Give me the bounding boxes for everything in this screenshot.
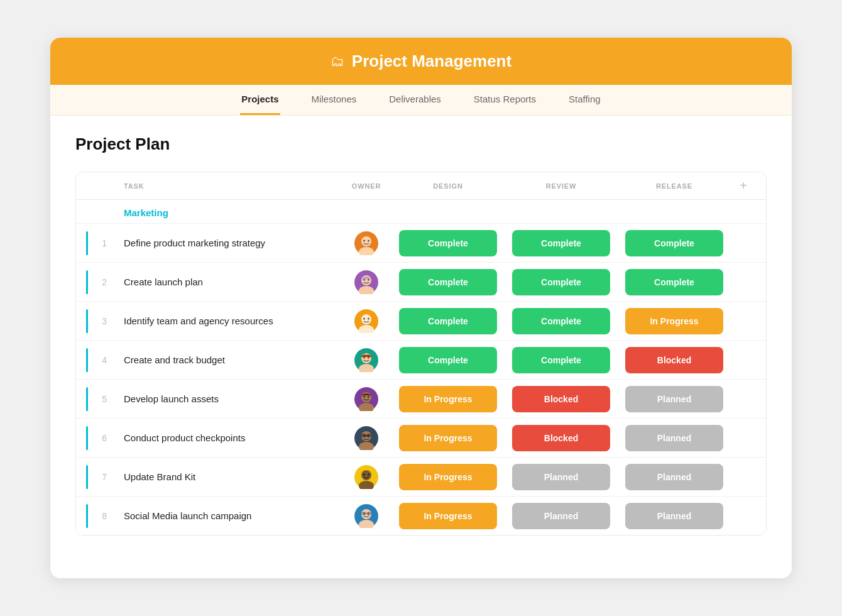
design-status[interactable]: In Progress bbox=[391, 503, 505, 529]
design-badge[interactable]: In Progress bbox=[399, 386, 497, 412]
review-badge[interactable]: Complete bbox=[512, 230, 610, 256]
section-label: Marketing bbox=[76, 200, 766, 223]
release-status[interactable]: Complete bbox=[618, 230, 731, 256]
design-status[interactable]: In Progress bbox=[391, 464, 505, 490]
row-left: 3 bbox=[86, 309, 124, 333]
page-title: Project Plan bbox=[75, 135, 767, 154]
release-status[interactable]: Complete bbox=[618, 269, 731, 295]
table-row[interactable]: 1 Define product marketing strategy Comp… bbox=[76, 223, 766, 262]
design-status[interactable]: Complete bbox=[391, 347, 505, 373]
review-badge[interactable]: Planned bbox=[512, 503, 610, 529]
design-status[interactable]: In Progress bbox=[391, 425, 505, 451]
task-name: Identify team and agency resources bbox=[124, 316, 341, 326]
design-status[interactable]: In Progress bbox=[391, 386, 505, 412]
release-status[interactable]: Planned bbox=[618, 464, 731, 490]
table-row[interactable]: 6 Conduct product checkpoints In Progres… bbox=[76, 418, 766, 457]
review-status[interactable]: Planned bbox=[505, 503, 618, 529]
release-status[interactable]: Planned bbox=[618, 503, 731, 529]
task-name: Update Brand Kit bbox=[124, 471, 341, 482]
review-status[interactable]: Complete bbox=[505, 230, 618, 256]
app-container: 🗂 Project Management ProjectsMilestonesD… bbox=[50, 38, 792, 578]
row-number: 3 bbox=[94, 316, 107, 326]
row-indicator bbox=[86, 504, 88, 528]
row-left: 2 bbox=[86, 270, 124, 294]
task-name: Create and track budget bbox=[124, 355, 341, 365]
design-badge[interactable]: Complete bbox=[399, 308, 497, 334]
add-column-button[interactable]: + bbox=[731, 179, 756, 193]
release-badge[interactable]: Blocked bbox=[625, 347, 723, 373]
nav-item-milestones[interactable]: Milestones bbox=[310, 85, 358, 115]
release-badge[interactable]: Planned bbox=[625, 425, 723, 451]
release-status[interactable]: Blocked bbox=[618, 347, 731, 373]
release-badge[interactable]: Planned bbox=[625, 503, 723, 529]
design-badge[interactable]: Complete bbox=[399, 230, 497, 256]
review-badge[interactable]: Blocked bbox=[512, 425, 610, 451]
release-badge[interactable]: Planned bbox=[625, 386, 723, 412]
release-badge[interactable]: Complete bbox=[625, 269, 723, 295]
review-badge[interactable]: Complete bbox=[512, 269, 610, 295]
design-badge[interactable]: In Progress bbox=[399, 425, 497, 451]
nav-item-status-reports[interactable]: Status Reports bbox=[473, 85, 537, 115]
row-number: 2 bbox=[94, 277, 107, 287]
design-badge[interactable]: Complete bbox=[399, 347, 497, 373]
design-status[interactable]: Complete bbox=[391, 269, 505, 295]
nav-item-staffing[interactable]: Staffing bbox=[567, 85, 602, 115]
review-status[interactable]: Complete bbox=[505, 269, 618, 295]
review-badge[interactable]: Complete bbox=[512, 347, 610, 373]
task-name: Develop launch assets bbox=[124, 393, 341, 404]
nav-bar: ProjectsMilestonesDeliverablesStatus Rep… bbox=[50, 85, 792, 116]
svg-point-37 bbox=[368, 473, 369, 475]
table-rows: 1 Define product marketing strategy Comp… bbox=[76, 223, 766, 535]
review-badge[interactable]: Planned bbox=[512, 464, 610, 490]
release-badge[interactable]: Complete bbox=[625, 230, 723, 256]
design-status[interactable]: Complete bbox=[391, 308, 505, 334]
svg-point-11 bbox=[361, 314, 371, 324]
review-status[interactable]: Blocked bbox=[505, 425, 618, 451]
table-row[interactable]: 4 Create and track budget Complete Compl… bbox=[76, 340, 766, 379]
owner-avatar bbox=[341, 231, 391, 255]
review-status[interactable]: Planned bbox=[505, 464, 618, 490]
owner-avatar bbox=[341, 504, 391, 528]
svg-point-34 bbox=[361, 470, 371, 480]
table-row[interactable]: 3 Identify team and agency resources Com… bbox=[76, 301, 766, 340]
row-indicator bbox=[86, 426, 88, 450]
owner-avatar bbox=[341, 348, 391, 372]
design-status[interactable]: Complete bbox=[391, 230, 505, 256]
table-row[interactable]: 5 Develop launch assets In Progress Bloc… bbox=[76, 379, 766, 418]
release-badge[interactable]: In Progress bbox=[625, 308, 723, 334]
col-owner: OWNER bbox=[341, 179, 391, 193]
release-status[interactable]: Planned bbox=[618, 386, 731, 412]
review-badge[interactable]: Complete bbox=[512, 308, 610, 334]
nav-item-deliverables[interactable]: Deliverables bbox=[388, 85, 442, 115]
svg-point-1 bbox=[361, 236, 371, 246]
release-status[interactable]: Planned bbox=[618, 425, 731, 451]
owner-avatar bbox=[341, 426, 391, 450]
review-status[interactable]: Complete bbox=[505, 347, 618, 373]
row-indicator bbox=[86, 270, 88, 294]
design-badge[interactable]: In Progress bbox=[399, 464, 497, 490]
svg-point-28 bbox=[363, 434, 365, 436]
task-name: Define product marketing strategy bbox=[124, 238, 341, 248]
row-left: 8 bbox=[86, 504, 124, 528]
table-row[interactable]: 7 Update Brand Kit In Progress Planned P… bbox=[76, 457, 766, 496]
table-row[interactable]: 2 Create launch plan Complete Complete C… bbox=[76, 262, 766, 301]
review-status[interactable]: Blocked bbox=[505, 386, 618, 412]
design-badge[interactable]: In Progress bbox=[399, 503, 497, 529]
svg-point-16 bbox=[361, 353, 371, 363]
row-left: 7 bbox=[86, 465, 124, 489]
review-badge[interactable]: Blocked bbox=[512, 386, 610, 412]
svg-point-41 bbox=[363, 512, 365, 514]
design-badge[interactable]: Complete bbox=[399, 269, 497, 295]
app-title: Project Management bbox=[352, 52, 511, 71]
release-status[interactable]: In Progress bbox=[618, 308, 731, 334]
table-row[interactable]: 8 Social Media launch campaign In Progre… bbox=[76, 496, 766, 535]
row-number: 4 bbox=[94, 355, 107, 365]
svg-point-4 bbox=[368, 239, 369, 241]
col-review: REVIEW bbox=[505, 179, 618, 193]
release-badge[interactable]: Planned bbox=[625, 464, 723, 490]
nav-item-projects[interactable]: Projects bbox=[240, 85, 280, 115]
review-status[interactable]: Complete bbox=[505, 308, 618, 334]
row-number: 6 bbox=[94, 433, 107, 443]
task-name: Conduct product checkpoints bbox=[124, 432, 341, 443]
row-number: 1 bbox=[94, 238, 107, 248]
